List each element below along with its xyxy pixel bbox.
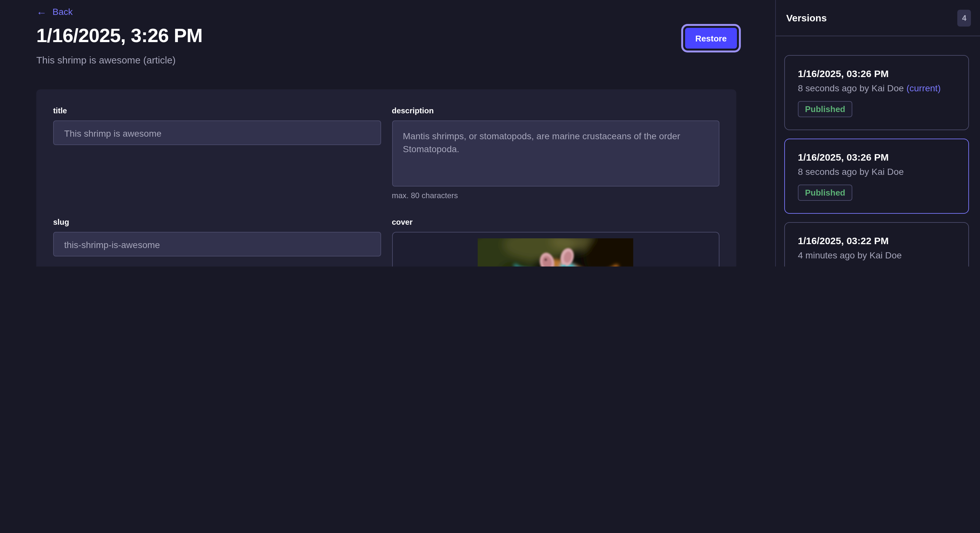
version-fields-card: title This shrimp is awesome description…	[36, 89, 736, 266]
description-field: description Mantis shrimps, or stomatopo…	[392, 106, 719, 200]
restore-button[interactable]: Restore	[685, 28, 737, 49]
description-hint: max. 80 characters	[392, 191, 719, 200]
version-date: 1/16/2025, 03:22 PM	[798, 235, 955, 246]
back-label: Back	[52, 6, 73, 17]
slug-input[interactable]: this-shrimp-is-awesome	[53, 232, 381, 257]
title-field: title This shrimp is awesome	[53, 106, 381, 200]
title-input[interactable]: This shrimp is awesome	[53, 121, 381, 145]
slug-field: slug this-shrimp-is-awesome	[53, 217, 381, 266]
version-meta-text: 8 seconds ago by Kai Doe	[798, 83, 904, 93]
versions-sidebar: Versions 4 1/16/2025, 03:26 PM 8 seconds…	[775, 0, 980, 266]
slug-label: slug	[53, 217, 381, 227]
versions-heading: Versions	[786, 12, 827, 23]
form-row-2: slug this-shrimp-is-awesome cover	[53, 217, 719, 266]
cover-media	[478, 238, 633, 266]
version-history-page: ← Back 1/16/2025, 3:26 PM This shrimp is…	[0, 0, 980, 266]
cover-label: cover	[392, 217, 719, 227]
cover-image	[478, 238, 633, 266]
version-status-badge: Published	[798, 185, 852, 201]
versions-count-badge: 4	[958, 10, 971, 26]
cover-field: cover	[392, 217, 719, 266]
version-meta-text: 4 minutes ago by Kai Doe	[798, 250, 902, 260]
description-textarea[interactable]: Mantis shrimps, or stomatopods, are mari…	[392, 121, 719, 187]
version-card-3[interactable]: 1/16/2025, 03:22 PM 4 minutes ago by Kai…	[784, 222, 969, 266]
form-row-1: title This shrimp is awesome description…	[53, 106, 719, 200]
back-link[interactable]: ← Back	[36, 6, 73, 17]
version-meta: 8 seconds ago by Kai Doe(current)	[798, 83, 955, 93]
version-card-2[interactable]: 1/16/2025, 03:26 PM 8 seconds ago by Kai…	[784, 139, 969, 214]
description-label: description	[392, 106, 719, 115]
back-arrow-icon: ←	[36, 6, 47, 17]
version-date: 1/16/2025, 03:26 PM	[798, 68, 955, 79]
title-label: title	[53, 106, 381, 115]
version-status-badge: Published	[798, 101, 852, 117]
version-meta: 4 minutes ago by Kai Doe	[798, 250, 955, 260]
version-date: 1/16/2025, 03:26 PM	[798, 152, 955, 163]
version-card-1[interactable]: 1/16/2025, 03:26 PM 8 seconds ago by Kai…	[784, 55, 969, 130]
version-meta-text: 8 seconds ago by Kai Doe	[798, 167, 904, 177]
cover-media-box: this-shrimp-is-awesome	[392, 232, 719, 266]
version-current-tag: (current)	[907, 83, 941, 93]
versions-header: Versions 4	[776, 0, 980, 36]
version-meta: 8 seconds ago by Kai Doe	[798, 167, 955, 177]
page-title: 1/16/2025, 3:26 PM	[36, 25, 202, 47]
page-subtitle: This shrimp is awesome (article)	[36, 54, 176, 65]
versions-list: 1/16/2025, 03:26 PM 8 seconds ago by Kai…	[776, 36, 980, 266]
